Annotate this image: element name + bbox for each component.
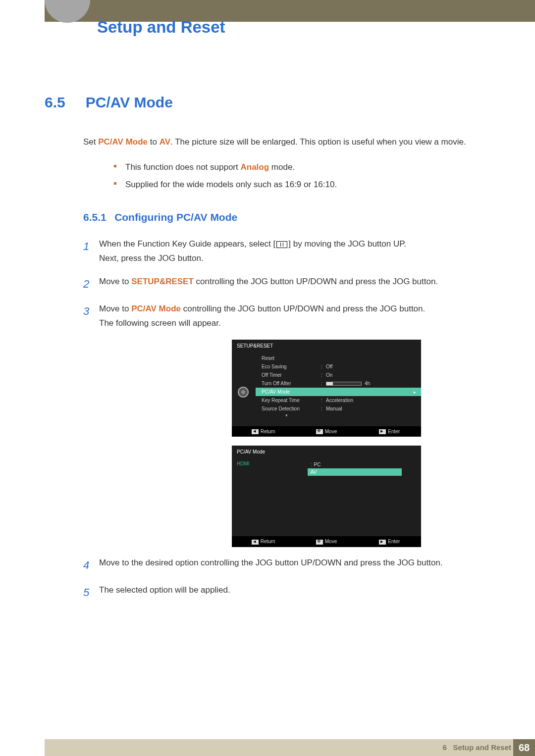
subsection-title: Configuring PC/AV Mode bbox=[108, 211, 237, 223]
enter-icon bbox=[379, 540, 386, 545]
pcav-term: PC/AV Mode bbox=[98, 137, 148, 147]
section-title: PC/AV Mode bbox=[86, 94, 173, 110]
osd-return: Return bbox=[232, 429, 295, 434]
footer-chapter: 6 Setup and Reset bbox=[443, 743, 511, 752]
intro-paragraph: Set PC/AV Mode to AV. The picture size w… bbox=[83, 136, 490, 149]
note-item: This function does not support Analog mo… bbox=[114, 161, 490, 173]
note-list: This function does not support Analog mo… bbox=[114, 161, 490, 191]
osd-row: Off Timer:On bbox=[256, 371, 421, 379]
osd-move: Move bbox=[295, 429, 358, 434]
pcav-term: PC/AV Mode bbox=[131, 304, 181, 313]
osd-row: Eco Saving:Off bbox=[256, 362, 421, 371]
osd-footer: Return Move Enter bbox=[232, 536, 421, 547]
content-area: 6.5 PC/AV Mode Set PC/AV Mode to AV. The… bbox=[45, 94, 490, 611]
analog-term: Analog bbox=[240, 162, 269, 172]
slider bbox=[326, 382, 362, 386]
osd-row: Source Detection:Manual bbox=[256, 404, 421, 413]
osd-pcav-mode: PC/AV Mode HDMI :PC AV Return Move Enter bbox=[232, 446, 421, 547]
osd-options: :PC AV bbox=[308, 461, 402, 476]
osd-option-selected: AV bbox=[308, 468, 402, 476]
chevron-down-icon: ▾ bbox=[256, 413, 421, 418]
steps-list: 1 When the Function Key Guide appears, s… bbox=[83, 237, 490, 602]
enter-icon bbox=[379, 429, 386, 434]
osd-row: Key Repeat Time:Acceleration bbox=[256, 396, 421, 404]
move-icon bbox=[316, 540, 323, 545]
note-item: Supplied for the wide models only such a… bbox=[114, 179, 490, 191]
subsection-heading: 6.5.1 Configuring PC/AV Mode bbox=[83, 211, 490, 223]
osd-title: SETUP&RESET bbox=[232, 340, 421, 352]
section-number: 6.5 bbox=[45, 94, 83, 111]
step-item: 5 The selected option will be applied. bbox=[83, 583, 490, 602]
osd-move: Move bbox=[295, 539, 358, 544]
step-number: 4 bbox=[83, 556, 99, 574]
move-icon bbox=[316, 429, 323, 434]
page-number: 68 bbox=[513, 739, 535, 756]
bullet-icon bbox=[114, 182, 116, 185]
osd-title: PC/AV Mode bbox=[232, 446, 421, 458]
return-icon bbox=[252, 429, 259, 434]
chevron-right-icon: ▸ bbox=[414, 390, 416, 395]
bullet-icon bbox=[114, 165, 116, 167]
step-number: 2 bbox=[83, 275, 99, 293]
step-number: 5 bbox=[83, 583, 99, 602]
osd-return: Return bbox=[232, 539, 295, 544]
osd-row-highlight: PC/AV Mode▸ bbox=[256, 388, 421, 396]
osd-figures: SETUP&RESET Reset Eco Saving:Off Off Tim… bbox=[232, 340, 490, 547]
osd-setup-reset: SETUP&RESET Reset Eco Saving:Off Off Tim… bbox=[232, 340, 421, 437]
menu-icon bbox=[276, 241, 287, 248]
osd-enter: Enter bbox=[358, 429, 421, 434]
footer-bar: 6 Setup and Reset 68 bbox=[45, 739, 535, 756]
osd-row: Reset bbox=[256, 354, 421, 362]
return-icon bbox=[252, 540, 259, 545]
step-number: 3 bbox=[83, 302, 99, 320]
step-item: 3 Move to PC/AV Mode controlling the JOG… bbox=[83, 302, 490, 331]
chapter-title: Setup and Reset bbox=[97, 18, 225, 37]
step-number: 1 bbox=[83, 237, 99, 255]
av-term: AV bbox=[160, 137, 170, 147]
osd-enter: Enter bbox=[358, 539, 421, 544]
step-item: 1 When the Function Key Guide appears, s… bbox=[83, 237, 490, 266]
osd-option: :PC bbox=[308, 461, 402, 468]
osd-footer: Return Move Enter bbox=[232, 426, 421, 437]
step-item: 2 Move to SETUP&RESET controlling the JO… bbox=[83, 275, 490, 293]
step-item: 4 Move to the desired option controlling… bbox=[83, 556, 490, 574]
section-heading: 6.5 PC/AV Mode bbox=[45, 94, 490, 111]
subsection-number: 6.5.1 bbox=[83, 211, 107, 223]
setup-reset-term: SETUP&RESET bbox=[131, 277, 194, 286]
osd-row: Turn Off After:4h bbox=[256, 379, 421, 388]
osd-input-label: HDMI bbox=[237, 461, 306, 466]
gear-icon bbox=[238, 387, 249, 398]
